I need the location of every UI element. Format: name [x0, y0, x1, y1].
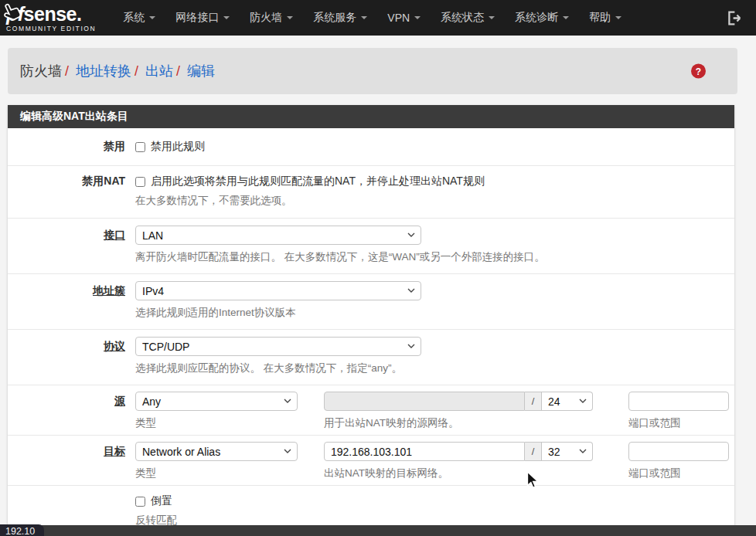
- top-navbar: pfsense. COMMUNITY EDITION 系统 网络接口 防火墙 系…: [0, 0, 756, 36]
- invert-checkbox[interactable]: [135, 497, 145, 507]
- row-no-nat: 禁用NAT 启用此选项将禁用与此规则匹配流量的NAT，并停止处理出站NAT规则 …: [8, 166, 734, 219]
- menu-system[interactable]: 系统: [113, 0, 165, 36]
- panel-title: 编辑高级NAT出站条目: [8, 105, 734, 128]
- source-type-help: 类型: [135, 416, 298, 430]
- no-nat-label: 禁用NAT: [8, 175, 135, 208]
- source-label: 源: [8, 392, 135, 430]
- source-port-help: 端口或范围: [628, 416, 729, 430]
- row-source: 源 Any 类型 /: [8, 385, 734, 436]
- mask-separator: /: [525, 392, 542, 411]
- breadcrumb-link-edit[interactable]: 编辑: [187, 63, 215, 79]
- menu-firewall[interactable]: 防火墙: [240, 0, 303, 36]
- breadcrumb-separator: /: [173, 63, 183, 79]
- caret-down-icon: [223, 16, 230, 19]
- breadcrumb-current: 防火墙: [20, 63, 62, 79]
- logo-sense-text: sense: [24, 3, 77, 25]
- link-status-tooltip: 192.10: [0, 524, 44, 536]
- source-network-help: 用于出站NAT映射的源网络。: [324, 416, 593, 430]
- no-nat-checkbox-label: 启用此选项将禁用与此规则匹配流量的NAT，并停止处理出站NAT规则: [151, 175, 485, 188]
- caret-down-icon: [414, 16, 421, 19]
- destination-label: 目标: [8, 442, 135, 480]
- caret-down-icon: [361, 16, 367, 19]
- destination-network-input[interactable]: [324, 442, 525, 461]
- caret-down-icon: [149, 16, 155, 19]
- menu-diagnostics[interactable]: 系统诊断: [505, 0, 579, 36]
- menu-status[interactable]: 系统状态: [431, 0, 505, 36]
- destination-port-input[interactable]: [628, 442, 729, 461]
- breadcrumb-separator: /: [62, 63, 72, 79]
- protocol-label: 协议: [8, 337, 135, 375]
- disabled-checkbox[interactable]: [135, 142, 145, 152]
- destination-type-help: 类型: [135, 466, 298, 480]
- interface-label: 接口: [8, 226, 135, 264]
- mask-separator: /: [525, 442, 542, 461]
- destination-type-select[interactable]: Network or Alias: [135, 442, 298, 461]
- breadcrumb-separator: /: [131, 63, 141, 79]
- source-type-select[interactable]: Any: [135, 392, 298, 411]
- sign-out-icon[interactable]: [726, 10, 742, 26]
- breadcrumb-link-nat[interactable]: 地址转换: [76, 63, 131, 79]
- address-family-label: 地址簇: [8, 281, 135, 320]
- pfsense-logo[interactable]: pfsense. COMMUNITY EDITION: [0, 3, 96, 32]
- row-disabled: 禁用 禁用此规则: [8, 128, 734, 166]
- interface-help: 离开防火墙时匹配流量的接口。 在大多数情况下，这是“WAN”或另一个外部连接的接…: [135, 250, 723, 264]
- no-nat-checkbox[interactable]: [135, 177, 145, 187]
- invert-label-spacer: [8, 494, 135, 528]
- menu-services[interactable]: 系统服务: [303, 0, 377, 36]
- logo-tagline: COMMUNITY EDITION: [6, 25, 96, 32]
- breadcrumb: 防火墙/ 地址转换/ 出站/ 编辑 ?: [8, 48, 737, 94]
- caret-down-icon: [489, 16, 495, 19]
- source-mask-select[interactable]: 24: [542, 392, 593, 411]
- destination-network-help: 出站NAT映射的目标网络。: [324, 466, 593, 480]
- caret-down-icon: [287, 16, 293, 19]
- protocol-help: 选择此规则应匹配的协议。 在大多数情况下，指定“any”。: [135, 361, 723, 375]
- source-port-input[interactable]: [628, 392, 729, 411]
- help-icon[interactable]: ?: [691, 64, 706, 79]
- row-protocol: 协议 TCP/UDP 选择此规则应匹配的协议。 在大多数情况下，指定“any”。: [8, 330, 734, 385]
- protocol-select[interactable]: TCP/UDP: [135, 337, 421, 356]
- caret-down-icon: [615, 16, 621, 19]
- disabled-checkbox-label: 禁用此规则: [151, 140, 205, 154]
- row-address-family: 地址簇 IPv4 选择此规则适用的Internet协议版本: [8, 274, 734, 330]
- row-interface: 接口 LAN 离开防火墙时匹配流量的接口。 在大多数情况下，这是“WAN”或另一…: [8, 219, 734, 274]
- invert-checkbox-label: 倒置: [151, 494, 172, 508]
- interface-select[interactable]: LAN: [135, 226, 421, 245]
- destination-port-help: 端口或范围: [628, 466, 729, 480]
- menu-interfaces[interactable]: 网络接口: [165, 0, 240, 36]
- footer-bar: [0, 525, 756, 536]
- address-family-help: 选择此规则适用的Internet协议版本: [135, 306, 723, 320]
- row-destination: 目标 Network or Alias 类型 /: [8, 436, 734, 486]
- logo-pf-text: pf: [6, 3, 24, 25]
- logo-dot: .: [77, 3, 81, 25]
- address-family-select[interactable]: IPv4: [135, 281, 421, 300]
- edit-nat-panel: 编辑高级NAT出站条目 禁用 禁用此规则 禁用NAT 启用此选项将禁用与此规则匹…: [8, 105, 734, 536]
- destination-mask-select[interactable]: 32: [542, 442, 593, 461]
- no-nat-help: 在大多数情况下，不需要此选项。: [135, 194, 723, 208]
- menu-vpn[interactable]: VPN: [377, 0, 431, 36]
- source-network-input[interactable]: [324, 392, 525, 411]
- caret-down-icon: [563, 16, 569, 19]
- main-menu: 系统 网络接口 防火墙 系统服务 VPN 系统状态 系统诊断 帮助: [113, 0, 632, 36]
- disabled-label: 禁用: [8, 140, 135, 154]
- menu-help[interactable]: 帮助: [579, 0, 632, 36]
- breadcrumb-link-outbound[interactable]: 出站: [145, 63, 173, 79]
